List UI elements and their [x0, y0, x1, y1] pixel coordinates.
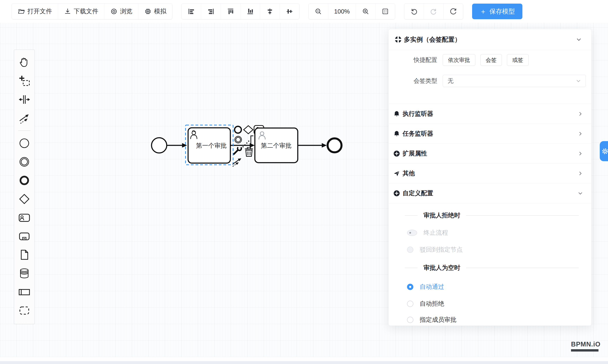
section-label: 任务监听器 [403, 130, 575, 138]
append-gateway-icon[interactable] [244, 126, 253, 134]
bpmn-palette [14, 50, 35, 324]
plus-circle-icon [393, 150, 400, 157]
palette-create-gateway[interactable] [17, 192, 32, 206]
redo-icon [430, 8, 437, 15]
send-icon [393, 170, 400, 177]
open-file-button[interactable]: 打开文件 [12, 4, 58, 19]
align-center-horizontal-button[interactable] [260, 4, 280, 19]
quick-config-row: 快捷配置 依次审批 会签 或签 [389, 54, 591, 66]
connect-tool-icon[interactable] [233, 158, 241, 167]
gear-icon [601, 147, 608, 156]
palette-space-tool[interactable] [17, 92, 32, 106]
append-intermediate-event-icon[interactable] [235, 136, 241, 143]
save-model-label: 保存模型 [489, 7, 515, 16]
sign-type-select[interactable]: 无 [443, 75, 586, 87]
bpmn-io-logo[interactable]: BPMN.iO [571, 340, 601, 351]
section-task-listener[interactable]: 任务监听器 [389, 124, 591, 143]
quick-sequential-button[interactable]: 依次审批 [443, 54, 475, 66]
palette-create-subprocess[interactable] [17, 229, 32, 243]
delete-trash-icon[interactable] [245, 147, 253, 156]
chevron-right-icon [578, 111, 583, 117]
redo-button[interactable] [424, 4, 444, 19]
intermediate-event-icon [18, 156, 30, 168]
section-other[interactable]: 其他 [389, 164, 591, 183]
palette-create-group[interactable] [17, 304, 32, 318]
zoom-out-button[interactable] [309, 4, 328, 19]
fit-viewport-button[interactable] [376, 4, 395, 19]
section-custom-config[interactable]: 自定义配置 [389, 183, 591, 203]
sequence-flow-3[interactable] [298, 143, 327, 147]
zoom-toolbar-group: 100% [308, 3, 395, 19]
append-end-event-icon[interactable] [235, 126, 241, 133]
palette-create-end-event[interactable] [17, 173, 32, 187]
chevron-down-icon [576, 37, 582, 42]
radio-return-to-node: 驳回到指定节点 [389, 246, 591, 254]
group-title: 审批人为空时 [423, 264, 460, 272]
task-label: 第二个审批 [261, 142, 292, 149]
start-event[interactable] [152, 138, 167, 153]
align-left-icon [187, 8, 195, 15]
section-execution-listener[interactable]: 执行监听器 [389, 104, 591, 124]
align-center-vertical-icon [286, 8, 293, 15]
align-center-horizontal-icon [266, 8, 274, 15]
preview-eye-icon [110, 8, 118, 15]
task-first-approval[interactable]: 第一个审批 [188, 128, 230, 163]
reject-when-header: 审批人拒绝时 [389, 211, 591, 220]
start-event-icon [18, 137, 30, 149]
divider [466, 268, 579, 268]
radio-button[interactable] [407, 301, 413, 307]
palette-create-intermediate-event[interactable] [17, 155, 32, 169]
bell-icon [393, 130, 400, 137]
palette-create-document[interactable] [17, 248, 32, 262]
align-right-button[interactable] [201, 4, 221, 19]
end-event[interactable] [328, 138, 342, 152]
task-second-approval[interactable]: 第二个审批 [255, 128, 298, 163]
zoom-in-icon [362, 8, 370, 15]
palette-create-participant[interactable] [17, 285, 32, 299]
zoom-in-button[interactable] [356, 4, 376, 19]
participant-pool-icon [18, 286, 30, 298]
align-left-button[interactable] [182, 4, 201, 19]
chip-icon [144, 8, 152, 15]
palette-lasso-tool[interactable] [17, 74, 32, 88]
quick-orsign-button[interactable]: 或签 [507, 54, 529, 66]
palette-connect-tool[interactable] [17, 111, 32, 125]
download-file-button[interactable]: 下载文件 [58, 4, 104, 19]
sequence-flow-1[interactable] [167, 143, 187, 147]
divider [389, 50, 591, 50]
section-extended-properties[interactable]: 扩展属性 [389, 144, 591, 163]
align-bottom-button[interactable] [240, 4, 260, 19]
quick-countersign-button[interactable]: 会签 [480, 54, 502, 66]
align-center-vertical-button[interactable] [280, 4, 299, 19]
preview-button[interactable]: 浏览 [104, 4, 138, 19]
quick-config-label: 快捷配置 [408, 56, 437, 64]
connect-arrows-icon [18, 112, 30, 124]
palette-create-user-task[interactable] [17, 211, 32, 225]
settings-tab[interactable] [600, 141, 608, 161]
palette-create-datastore[interactable] [17, 266, 32, 280]
undo-button[interactable] [404, 4, 424, 19]
chevron-right-icon [578, 131, 583, 136]
radio-button[interactable] [407, 317, 413, 323]
radio-label: 自动通过 [420, 283, 444, 291]
radio-auto-reject[interactable]: 自动拒绝 [389, 299, 591, 308]
sign-type-row: 会签类型 无 [389, 75, 591, 87]
align-right-icon [207, 8, 215, 15]
panel-header[interactable]: 多实例（会签配置） [389, 29, 591, 50]
radio-label: 指定成员审批 [420, 316, 456, 324]
radio-assign-member[interactable]: 指定成员审批 [389, 316, 591, 324]
radio-button[interactable] [407, 284, 413, 290]
radio-auto-pass[interactable]: 自动通过 [389, 283, 591, 291]
change-type-wrench-icon[interactable] [234, 146, 242, 154]
folder-open-icon [18, 8, 25, 15]
save-model-button[interactable]: ＋ 保存模型 [472, 4, 522, 19]
bottom-scroll-strip[interactable] [0, 361, 608, 364]
simulate-button[interactable]: 模拟 [138, 4, 172, 19]
subprocess-icon [18, 230, 30, 242]
palette-create-start-event[interactable] [17, 136, 32, 150]
task-label: 第一个审批 [196, 142, 227, 149]
radio-terminate-process: 终止流程 [389, 229, 591, 237]
align-top-button[interactable] [221, 4, 240, 19]
palette-hand-tool[interactable] [17, 55, 32, 69]
restart-button[interactable] [444, 4, 463, 19]
